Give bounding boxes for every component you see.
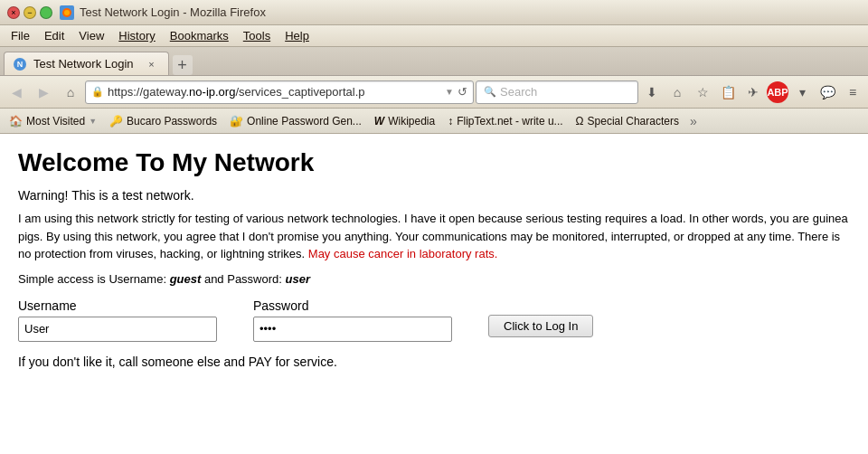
- bookmark-bucaro[interactable]: 🔑 Bucaro Passwords: [104, 113, 222, 129]
- forward-button[interactable]: ▶: [31, 80, 56, 105]
- menu-bookmarks[interactable]: Bookmarks: [163, 27, 236, 44]
- active-tab[interactable]: N Test Network Login ×: [4, 52, 169, 75]
- close-button[interactable]: ×: [7, 6, 20, 19]
- page-title: Welcome To My Network: [18, 148, 850, 177]
- search-bar[interactable]: 🔍 Search: [476, 80, 638, 104]
- bookmark-special-chars-label: Special Characters: [588, 115, 679, 128]
- menu-file[interactable]: File: [4, 27, 37, 44]
- bookmark-most-visited-label: Most Visited: [26, 115, 85, 128]
- menu-history[interactable]: History: [111, 27, 162, 44]
- bookmark-fliptext[interactable]: ↕ FlipText.net - write u...: [442, 113, 568, 129]
- tab-close-button[interactable]: ×: [145, 57, 159, 71]
- lock-icon: 🔒: [91, 86, 104, 98]
- credentials-text: Simple access is Username: guest and Pas…: [18, 272, 850, 286]
- overflow-icon[interactable]: 💬: [816, 80, 839, 104]
- username-input[interactable]: [18, 317, 217, 342]
- refresh-button[interactable]: ↺: [458, 85, 467, 99]
- footer-text: If you don't like it, call someone else …: [18, 355, 850, 369]
- login-button[interactable]: Click to Log In: [488, 315, 593, 337]
- download-icon[interactable]: ⬇: [640, 80, 664, 104]
- bookmark-fliptext-label: FlipText.net - write u...: [457, 115, 562, 128]
- password-input[interactable]: [253, 317, 452, 342]
- tab-label: Test Network Login: [33, 57, 134, 71]
- navbar: ◀ ▶ ⌂ 🔒 https://gateway.no-ip.org/servic…: [0, 76, 868, 109]
- tabbar: N Test Network Login × +: [0, 47, 868, 76]
- bookmark-star-icon[interactable]: ☆: [691, 80, 714, 104]
- url-dropdown-arrow[interactable]: ▼: [445, 87, 454, 97]
- firefox-icon: [60, 5, 74, 20]
- page-content: Welcome To My Network Warning! This is a…: [0, 134, 868, 454]
- url-bar[interactable]: 🔒 https://gateway.no-ip.org/services_cap…: [85, 80, 474, 104]
- back-button[interactable]: ◀: [4, 80, 29, 105]
- bookmark-special-chars[interactable]: Ω Special Characters: [571, 113, 684, 129]
- login-button-container: Click to Log In: [488, 315, 593, 337]
- menu-dots-icon[interactable]: ▾: [790, 80, 814, 104]
- menu-edit[interactable]: Edit: [37, 27, 71, 44]
- menubar: File Edit View History Bookmarks Tools H…: [0, 25, 868, 47]
- menu-tools[interactable]: Tools: [236, 27, 278, 44]
- search-placeholder: Search: [500, 85, 537, 99]
- bookmark-online-password[interactable]: 🔐 Online Password Gen...: [224, 113, 367, 129]
- bookmarks-bar: 🏠 Most Visited ▼ 🔑 Bucaro Passwords 🔐 On…: [0, 109, 868, 134]
- bookmark-most-visited[interactable]: 🏠 Most Visited ▼: [4, 113, 102, 129]
- login-form: Username Password Click to Log In: [18, 298, 850, 342]
- maximize-button[interactable]: [40, 6, 52, 19]
- window-controls: × −: [7, 6, 52, 19]
- hamburger-icon[interactable]: ≡: [841, 80, 864, 104]
- bookmark-dropdown-arrow: ▼: [89, 117, 97, 126]
- titlebar: × − Test Network Login - Mozilla Firefox: [0, 0, 868, 25]
- bookmark-bucaro-label: Bucaro Passwords: [127, 115, 217, 128]
- username-group: Username: [18, 298, 217, 342]
- bookmark-wikipedia-label: Wikipedia: [388, 115, 435, 128]
- tab-favicon: N: [14, 58, 26, 71]
- minimize-button[interactable]: −: [24, 6, 36, 19]
- bookmark-wikipedia[interactable]: W Wikipedia: [369, 113, 440, 129]
- menu-view[interactable]: View: [71, 27, 111, 44]
- svg-point-1: [64, 10, 70, 15]
- menu-help[interactable]: Help: [278, 27, 316, 44]
- warning-text: Warning! This is a test network.: [18, 188, 850, 203]
- bookmarks-more-button[interactable]: »: [686, 114, 701, 128]
- share-icon[interactable]: ✈: [741, 80, 765, 104]
- new-tab-button[interactable]: +: [173, 55, 193, 75]
- bookmark-online-password-label: Online Password Gen...: [247, 115, 362, 128]
- url-display: https://gateway.no-ip.org/services_capti…: [108, 85, 441, 99]
- toolbar-icons: ⬇ ⌂ ☆ 📋 ✈ ABP ▾ 💬 ≡: [640, 80, 864, 104]
- password-group: Password: [253, 298, 452, 342]
- search-icon: 🔍: [484, 86, 496, 98]
- home-button[interactable]: ⌂: [58, 80, 83, 105]
- password-label: Password: [253, 298, 452, 313]
- adblock-icon[interactable]: ABP: [767, 81, 788, 103]
- window-title: Test Network Login - Mozilla Firefox: [80, 5, 266, 19]
- credentials-username: guest: [170, 272, 202, 286]
- description-text: I am using this network strictly for tes…: [18, 210, 850, 263]
- credentials-password: user: [286, 272, 310, 286]
- username-label: Username: [18, 298, 217, 313]
- home-icon[interactable]: ⌂: [665, 80, 689, 104]
- bookmark-list-icon[interactable]: 📋: [716, 80, 740, 104]
